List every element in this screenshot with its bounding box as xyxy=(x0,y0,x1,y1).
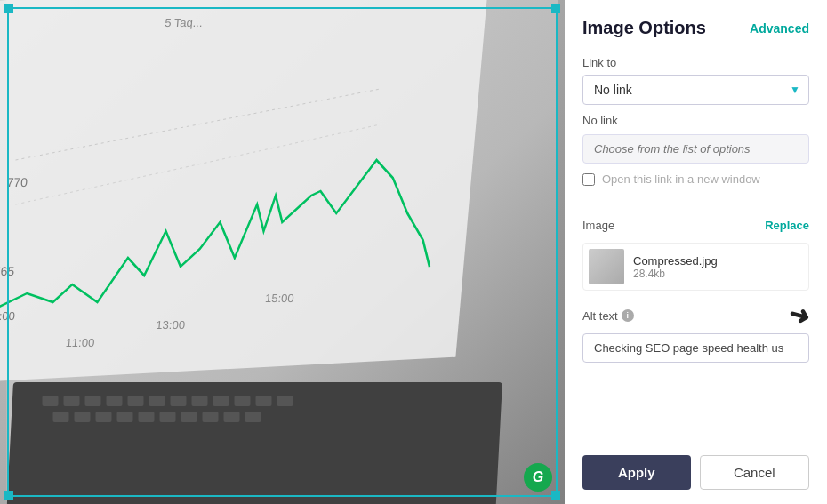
info-icon[interactable]: i xyxy=(622,309,634,322)
svg-rect-25 xyxy=(75,412,91,422)
svg-rect-29 xyxy=(160,412,176,422)
svg-rect-31 xyxy=(203,412,219,422)
file-name: Compressed.jpg xyxy=(633,254,718,268)
image-options-panel: Image Options Advanced Link to No link U… xyxy=(565,0,827,504)
link-to-select-wrapper: No link URL Page Phone number Email File… xyxy=(582,75,809,105)
svg-rect-30 xyxy=(181,412,197,422)
arrow-hint-icon: ➜ xyxy=(786,301,812,331)
svg-rect-13 xyxy=(64,396,80,406)
alt-text-input[interactable] xyxy=(582,333,809,363)
advanced-link[interactable]: Advanced xyxy=(750,21,809,36)
svg-rect-18 xyxy=(171,396,187,406)
svg-rect-15 xyxy=(107,396,123,406)
svg-rect-12 xyxy=(43,396,59,406)
svg-rect-14 xyxy=(85,396,101,406)
sub-label: No link xyxy=(582,114,809,127)
info-symbol: i xyxy=(626,311,629,320)
svg-rect-19 xyxy=(192,396,208,406)
chart-background: 770 765 09:00 11:00 13:00 15:00 5 Taq... xyxy=(0,0,565,504)
new-window-label: Open this link in a new window xyxy=(602,172,760,186)
svg-rect-23 xyxy=(277,396,293,406)
svg-rect-21 xyxy=(235,396,251,406)
svg-rect-27 xyxy=(117,412,133,422)
svg-text:770: 770 xyxy=(6,175,28,189)
alt-text-header-row: Alt text i ➜ xyxy=(582,303,809,328)
panel-header: Image Options Advanced xyxy=(582,18,809,38)
panel-title: Image Options xyxy=(582,18,706,38)
thumbnail-image xyxy=(589,249,624,284)
image-thumbnail-row: Compressed.jpg 28.4kb xyxy=(582,243,809,291)
choose-options-input[interactable] xyxy=(582,134,809,164)
svg-text:09:00: 09:00 xyxy=(0,309,16,323)
apply-button[interactable]: Apply xyxy=(582,455,691,490)
svg-rect-28 xyxy=(139,412,155,422)
image-section-header: Image Replace xyxy=(582,219,809,232)
svg-text:11:00: 11:00 xyxy=(65,336,95,349)
replace-link[interactable]: Replace xyxy=(765,219,809,232)
svg-text:15:00: 15:00 xyxy=(264,292,294,305)
link-to-label: Link to xyxy=(582,56,809,69)
svg-rect-17 xyxy=(149,396,165,406)
svg-rect-20 xyxy=(213,396,229,406)
action-buttons: Apply Cancel xyxy=(582,455,809,490)
file-size: 28.4kb xyxy=(633,268,718,280)
thumbnail-preview xyxy=(589,249,624,284)
grammarly-button[interactable]: G xyxy=(524,463,552,492)
section-divider xyxy=(582,204,809,204)
image-canvas: 770 765 09:00 11:00 13:00 15:00 5 Taq... xyxy=(0,0,565,504)
chart-svg: 770 765 09:00 11:00 13:00 15:00 5 Taq... xyxy=(0,0,565,504)
grammarly-icon: G xyxy=(533,469,543,485)
svg-text:765: 765 xyxy=(0,264,15,278)
alt-text-label-group: Alt text i xyxy=(582,309,634,323)
svg-text:5 Taq...: 5 Taq... xyxy=(165,16,204,29)
svg-text:13:00: 13:00 xyxy=(156,318,186,332)
svg-rect-22 xyxy=(256,396,272,406)
link-to-select[interactable]: No link URL Page Phone number Email File xyxy=(582,75,809,105)
cancel-button[interactable]: Cancel xyxy=(700,455,810,490)
svg-rect-1 xyxy=(0,0,489,383)
image-section-label: Image xyxy=(582,219,614,232)
thumbnail-info: Compressed.jpg 28.4kb xyxy=(633,254,718,280)
new-window-row: Open this link in a new window xyxy=(582,172,809,186)
svg-rect-32 xyxy=(224,412,240,422)
new-window-checkbox[interactable] xyxy=(582,173,595,186)
svg-rect-24 xyxy=(53,412,69,422)
svg-rect-33 xyxy=(245,412,261,422)
svg-rect-16 xyxy=(128,396,144,406)
svg-rect-11 xyxy=(7,382,502,504)
svg-rect-26 xyxy=(96,412,112,422)
alt-text-label: Alt text xyxy=(582,309,618,323)
